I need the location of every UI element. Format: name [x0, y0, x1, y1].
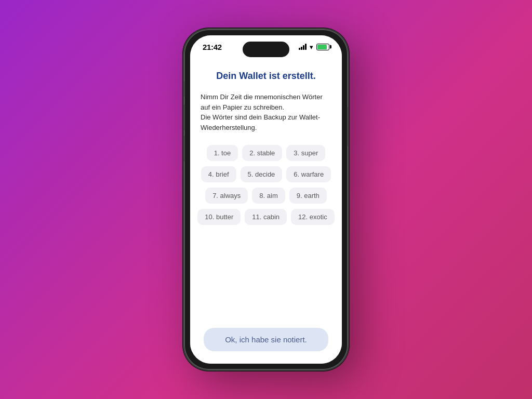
signal-bar-4: [305, 44, 307, 50]
phone-frame: 21:42 ▾ Dein Wallet ist erstellt.: [183, 28, 349, 371]
content-area: Dein Wallet ist erstellt. Nimm Dir Zeit …: [190, 58, 342, 320]
signal-icon: [299, 44, 307, 50]
mnemonic-chip-10: 10. butter: [197, 209, 241, 225]
mnemonic-chip-7: 7. always: [205, 188, 248, 204]
bottom-area: Ok, ich habe sie notiert.: [190, 320, 342, 364]
mute-button[interactable]: [183, 81, 184, 97]
wallet-title: Dein Wallet ist erstellt.: [201, 71, 331, 82]
mnemonic-chip-3: 3. super: [286, 145, 325, 161]
mnemonic-chip-2: 2. stable: [242, 145, 282, 161]
volume-up-button[interactable]: [183, 104, 184, 130]
mnemonic-row-3: 7. always 8. aim 9. earth: [205, 188, 327, 204]
volume-down-button[interactable]: [183, 136, 184, 162]
wifi-icon: ▾: [310, 43, 313, 51]
signal-bar-2: [301, 47, 302, 50]
mnemonic-chip-12: 12. exotic: [291, 209, 335, 225]
mnemonic-chip-11: 11. cabin: [245, 209, 287, 225]
mnemonic-chip-4: 4. brief: [201, 166, 236, 182]
signal-bar-1: [299, 48, 300, 50]
wallet-description: Nimm Dir Zeit die mnemonischen Wörter au…: [201, 92, 331, 132]
mnemonic-chip-8: 8. aim: [252, 188, 285, 204]
signal-bar-3: [303, 45, 304, 50]
mnemonic-row-1: 1. toe 2. stable 3. super: [207, 145, 326, 161]
dynamic-island: [243, 42, 289, 57]
mnemonic-row-2: 4. brief 5. decide 6. warfare: [201, 166, 331, 182]
mnemonic-chip-6: 6. warfare: [286, 166, 331, 182]
status-time: 21:42: [203, 43, 222, 51]
mnemonic-chip-9: 9. earth: [289, 188, 327, 204]
phone-screen: 21:42 ▾ Dein Wallet ist erstellt.: [190, 35, 342, 364]
confirm-button[interactable]: Ok, ich habe sie notiert.: [204, 328, 328, 351]
mnemonic-chip-5: 5. decide: [241, 166, 283, 182]
mnemonic-grid: 1. toe 2. stable 3. super 4. brief 5. de…: [201, 145, 331, 225]
battery-fill: [317, 45, 327, 49]
mnemonic-chip-1: 1. toe: [207, 145, 238, 161]
status-icons: ▾: [299, 43, 329, 51]
mnemonic-row-4: 10. butter 11. cabin 12. exotic: [197, 209, 334, 225]
battery-icon: [316, 44, 329, 50]
power-button[interactable]: [348, 107, 349, 146]
